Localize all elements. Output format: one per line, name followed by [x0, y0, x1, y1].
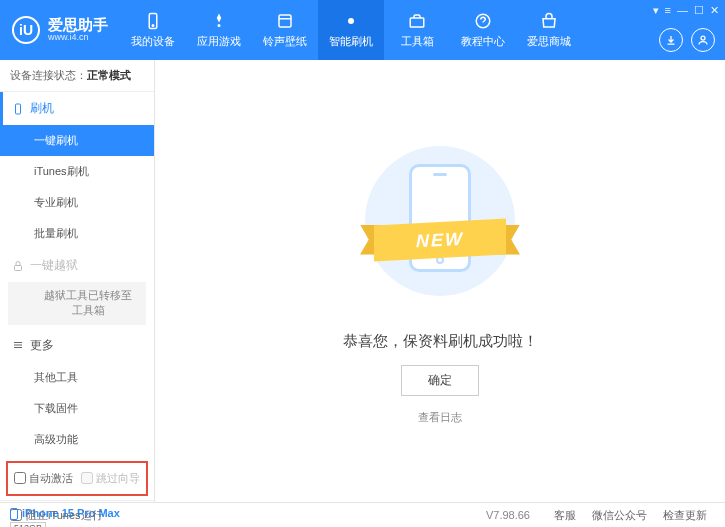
checks-box: 自动激活 跳过向导	[6, 461, 148, 496]
success-illustration: NEW	[350, 138, 530, 318]
nav-store[interactable]: 爱思商城	[516, 0, 582, 60]
svg-rect-5	[410, 18, 424, 27]
success-message: 恭喜您，保资料刷机成功啦！	[343, 332, 538, 351]
list-icon[interactable]: ≡	[665, 4, 671, 17]
user-button[interactable]	[691, 28, 715, 52]
svg-point-7	[701, 36, 705, 40]
phone-small-icon	[10, 508, 18, 520]
nav-flash[interactable]: 智能刷机	[318, 0, 384, 60]
footer-support[interactable]: 客服	[554, 508, 576, 523]
nav-ringtones[interactable]: 铃声壁纸	[252, 0, 318, 60]
jailbreak-note: 越狱工具已转移至工具箱	[8, 282, 146, 325]
section-flash[interactable]: 刷机	[0, 92, 154, 125]
chk-auto-activate[interactable]: 自动激活	[14, 471, 73, 486]
section-more[interactable]: 更多	[0, 329, 154, 362]
more-icon	[12, 339, 24, 351]
close-icon[interactable]: ✕	[710, 4, 719, 17]
app-url: www.i4.cn	[48, 32, 108, 43]
apps-icon	[209, 11, 229, 31]
header: iU 爱思助手 www.i4.cn 我的设备 应用游戏 铃声壁纸 智能刷机 工具…	[0, 0, 725, 60]
flash-icon	[341, 11, 361, 31]
phone-icon	[12, 103, 24, 115]
header-right	[659, 28, 715, 52]
section-jailbreak[interactable]: 一键越狱	[0, 249, 154, 282]
chk-block-itunes[interactable]: 阻止iTunes运行	[10, 508, 103, 523]
chk-skip-guide[interactable]: 跳过向导	[81, 471, 140, 486]
nav-tools[interactable]: 工具箱	[384, 0, 450, 60]
svg-rect-9	[15, 265, 22, 270]
nav-tutorials[interactable]: 教程中心	[450, 0, 516, 60]
svg-point-1	[152, 25, 154, 27]
store-icon	[539, 11, 559, 31]
window-controls: ▾ ≡ — ☐ ✕	[653, 4, 719, 17]
footer-wechat[interactable]: 微信公众号	[592, 508, 647, 523]
nav-my-device[interactable]: 我的设备	[120, 0, 186, 60]
footer-update[interactable]: 检查更新	[663, 508, 707, 523]
sidebar-itunes-flash[interactable]: iTunes刷机	[0, 156, 154, 187]
maximize-icon[interactable]: ☐	[694, 4, 704, 17]
device-icon	[143, 11, 163, 31]
logo-icon: iU	[12, 16, 40, 44]
download-button[interactable]	[659, 28, 683, 52]
minimize-icon[interactable]: —	[677, 4, 688, 17]
sidebar-other-tools[interactable]: 其他工具	[0, 362, 154, 393]
view-log-link[interactable]: 查看日志	[418, 410, 462, 425]
svg-rect-3	[279, 15, 291, 27]
toolbox-icon	[407, 11, 427, 31]
ok-button[interactable]: 确定	[401, 365, 479, 396]
svg-point-2	[218, 24, 221, 27]
help-icon	[473, 11, 493, 31]
connection-status: 设备连接状态：正常模式	[0, 60, 154, 92]
sidebar-download-fw[interactable]: 下载固件	[0, 393, 154, 424]
version-label: V7.98.66	[486, 509, 530, 521]
svg-point-4	[348, 18, 354, 24]
main-content: NEW 恭喜您，保资料刷机成功啦！ 确定 查看日志	[155, 60, 725, 502]
nav-apps[interactable]: 应用游戏	[186, 0, 252, 60]
top-nav: 我的设备 应用游戏 铃声壁纸 智能刷机 工具箱 教程中心 爱思商城	[120, 0, 582, 60]
sidebar-batch-flash[interactable]: 批量刷机	[0, 218, 154, 249]
logo-area: iU 爱思助手 www.i4.cn	[0, 16, 120, 44]
device-capacity: 512GB	[10, 522, 46, 527]
sidebar-oneclick-flash[interactable]: 一键刷机	[0, 125, 154, 156]
menu-icon[interactable]: ▾	[653, 4, 659, 17]
media-icon	[275, 11, 295, 31]
app-title: 爱思助手	[48, 17, 108, 32]
sidebar-advanced[interactable]: 高级功能	[0, 424, 154, 455]
lock-icon	[12, 260, 24, 272]
sidebar: 设备连接状态：正常模式 刷机 一键刷机 iTunes刷机 专业刷机 批量刷机 一…	[0, 60, 155, 502]
sidebar-pro-flash[interactable]: 专业刷机	[0, 187, 154, 218]
svg-rect-8	[16, 104, 21, 114]
